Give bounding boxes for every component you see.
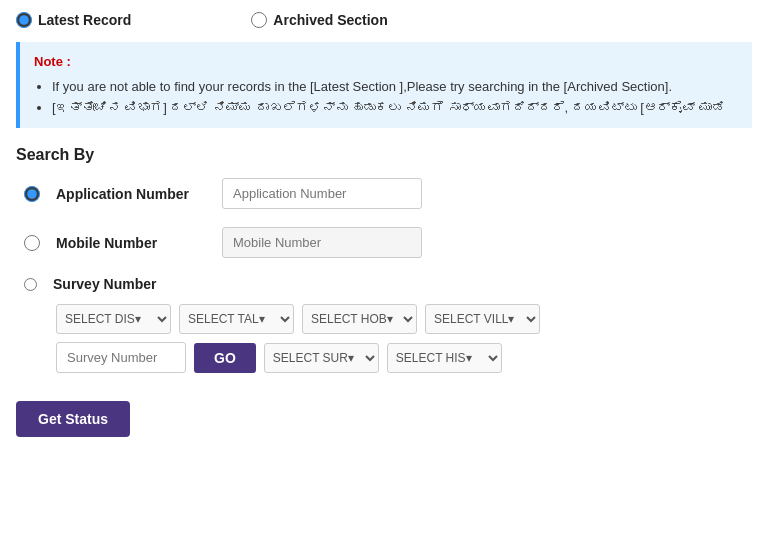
archived-section-option[interactable]: Archived Section	[251, 12, 387, 28]
search-options: Application Number Mobile Number Survey …	[16, 178, 752, 373]
mobile-number-radio[interactable]	[24, 235, 40, 251]
latest-record-option[interactable]: Latest Record	[16, 12, 131, 28]
go-button[interactable]: GO	[194, 343, 256, 373]
survey-top-row: Survey Number	[24, 276, 752, 292]
select-district[interactable]: SELECT DIS▾	[56, 304, 171, 334]
note-box: Note : If you are not able to find your …	[16, 42, 752, 128]
application-number-radio[interactable]	[24, 186, 40, 202]
select-taluk[interactable]: SELECT TAL▾	[179, 304, 294, 334]
select-hobli[interactable]: SELECT HOB▾	[302, 304, 417, 334]
select-survey-type[interactable]: SELECT SUR▾	[264, 343, 379, 373]
get-status-button[interactable]: Get Status	[16, 401, 130, 437]
survey-number-input[interactable]	[56, 342, 186, 373]
application-number-input[interactable]	[222, 178, 422, 209]
mobile-number-input[interactable]	[222, 227, 422, 258]
latest-record-label: Latest Record	[38, 12, 131, 28]
survey-input-row: GO SELECT SUR▾ SELECT HIS▾	[56, 342, 752, 373]
survey-dropdowns-row1: SELECT DIS▾ SELECT TAL▾ SELECT HOB▾ SELE…	[56, 304, 752, 334]
mobile-number-row: Mobile Number	[24, 227, 752, 258]
application-number-row: Application Number	[24, 178, 752, 209]
survey-number-section: Survey Number SELECT DIS▾ SELECT TAL▾ SE…	[24, 276, 752, 373]
select-village[interactable]: SELECT VILL▾	[425, 304, 540, 334]
archived-section-radio[interactable]	[251, 12, 267, 28]
mobile-number-label: Mobile Number	[56, 235, 206, 251]
search-by-title: Search By	[16, 146, 752, 164]
application-number-label: Application Number	[56, 186, 206, 202]
note-title: Note :	[34, 52, 738, 73]
note-line1: If you are not able to find your records…	[52, 77, 738, 98]
survey-number-label: Survey Number	[53, 276, 203, 292]
select-history[interactable]: SELECT HIS▾	[387, 343, 502, 373]
survey-number-radio[interactable]	[24, 278, 37, 291]
archived-section-label: Archived Section	[273, 12, 387, 28]
note-line2: [ಇತ್ತೀಚಿನ ವಿಭಾಗ] ದಲ್ಲಿ ನಿಮ್ಮ ದಾಖಲೆಗಳನ್ನು…	[52, 98, 738, 119]
latest-record-radio[interactable]	[16, 12, 32, 28]
top-radio-row: Latest Record Archived Section	[16, 12, 752, 28]
